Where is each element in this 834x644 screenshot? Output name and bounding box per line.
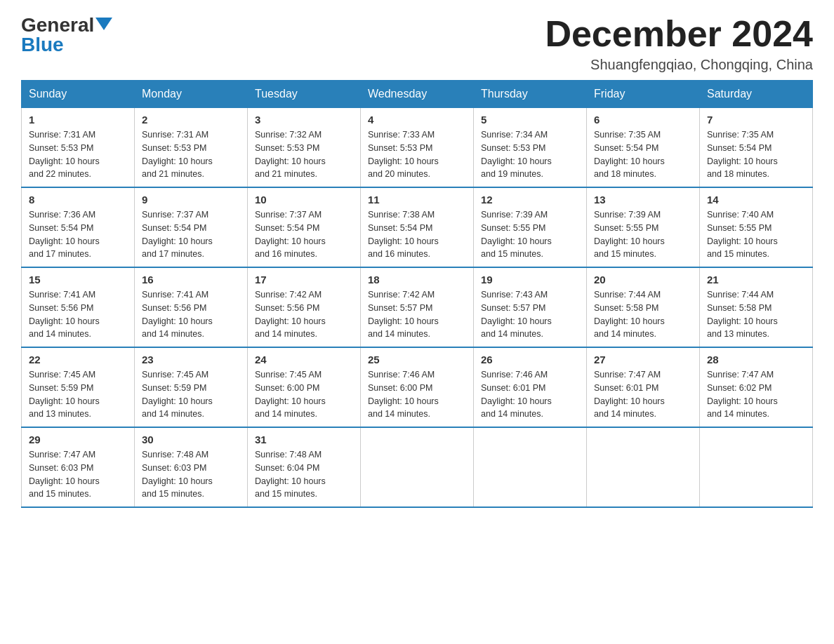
day-number: 29 [29, 434, 127, 445]
day-number: 20 [594, 274, 692, 286]
day-number: 10 [255, 194, 353, 206]
logo-triangle-icon [95, 18, 112, 30]
calendar-cell: 7 Sunrise: 7:35 AM Sunset: 5:54 PM Dayli… [700, 108, 813, 188]
calendar-cell [474, 427, 587, 507]
calendar-cell: 25 Sunrise: 7:46 AM Sunset: 6:00 PM Dayl… [361, 347, 474, 427]
day-info: Sunrise: 7:42 AM Sunset: 5:57 PM Dayligh… [368, 288, 466, 341]
day-number: 4 [368, 114, 466, 126]
calendar-cell: 6 Sunrise: 7:35 AM Sunset: 5:54 PM Dayli… [587, 108, 700, 188]
day-info: Sunrise: 7:47 AM Sunset: 6:02 PM Dayligh… [707, 368, 805, 421]
day-number: 5 [481, 114, 579, 126]
location-subtitle: Shuangfengqiao, Chongqing, China [545, 57, 813, 73]
day-info: Sunrise: 7:45 AM Sunset: 5:59 PM Dayligh… [29, 368, 127, 421]
calendar-cell: 19 Sunrise: 7:43 AM Sunset: 5:57 PM Dayl… [474, 267, 587, 347]
day-info: Sunrise: 7:33 AM Sunset: 5:53 PM Dayligh… [368, 128, 466, 181]
day-info: Sunrise: 7:35 AM Sunset: 5:54 PM Dayligh… [594, 128, 692, 181]
header-wednesday: Wednesday [361, 81, 474, 108]
day-info: Sunrise: 7:46 AM Sunset: 6:01 PM Dayligh… [481, 368, 579, 421]
calendar-cell: 15 Sunrise: 7:41 AM Sunset: 5:56 PM Dayl… [22, 267, 135, 347]
calendar-cell: 26 Sunrise: 7:46 AM Sunset: 6:01 PM Dayl… [474, 347, 587, 427]
day-info: Sunrise: 7:32 AM Sunset: 5:53 PM Dayligh… [255, 128, 353, 181]
day-info: Sunrise: 7:47 AM Sunset: 6:03 PM Dayligh… [29, 448, 127, 501]
day-info: Sunrise: 7:45 AM Sunset: 6:00 PM Dayligh… [255, 368, 353, 421]
day-number: 19 [481, 274, 579, 286]
calendar-cell: 27 Sunrise: 7:47 AM Sunset: 6:01 PM Dayl… [587, 347, 700, 427]
day-number: 24 [255, 354, 353, 365]
day-info: Sunrise: 7:43 AM Sunset: 5:57 PM Dayligh… [481, 288, 579, 341]
day-info: Sunrise: 7:39 AM Sunset: 5:55 PM Dayligh… [481, 208, 579, 261]
calendar-cell [587, 427, 700, 507]
day-info: Sunrise: 7:31 AM Sunset: 5:53 PM Dayligh… [142, 128, 240, 181]
day-info: Sunrise: 7:44 AM Sunset: 5:58 PM Dayligh… [707, 288, 805, 341]
day-info: Sunrise: 7:46 AM Sunset: 6:00 PM Dayligh… [368, 368, 466, 421]
title-block: December 2024 Shuangfengqiao, Chongqing,… [545, 14, 813, 73]
day-number: 1 [29, 114, 127, 126]
header-sunday: Sunday [22, 81, 135, 108]
calendar-cell: 18 Sunrise: 7:42 AM Sunset: 5:57 PM Dayl… [361, 267, 474, 347]
calendar-cell: 11 Sunrise: 7:38 AM Sunset: 5:54 PM Dayl… [361, 187, 474, 267]
day-number: 2 [142, 114, 240, 126]
logo-blue: Blue [21, 34, 64, 56]
day-number: 6 [594, 114, 692, 126]
calendar-cell: 3 Sunrise: 7:32 AM Sunset: 5:53 PM Dayli… [248, 108, 361, 188]
calendar-table: SundayMondayTuesdayWednesdayThursdayFrid… [21, 80, 813, 508]
day-info: Sunrise: 7:31 AM Sunset: 5:53 PM Dayligh… [29, 128, 127, 181]
week-row-5: 29 Sunrise: 7:47 AM Sunset: 6:03 PM Dayl… [22, 427, 813, 507]
day-number: 21 [707, 274, 805, 286]
day-number: 28 [707, 354, 805, 365]
day-number: 14 [707, 194, 805, 206]
calendar-cell: 22 Sunrise: 7:45 AM Sunset: 5:59 PM Dayl… [22, 347, 135, 427]
calendar-cell: 10 Sunrise: 7:37 AM Sunset: 5:54 PM Dayl… [248, 187, 361, 267]
day-info: Sunrise: 7:41 AM Sunset: 5:56 PM Dayligh… [29, 288, 127, 341]
calendar-header-row: SundayMondayTuesdayWednesdayThursdayFrid… [22, 81, 813, 108]
day-number: 26 [481, 354, 579, 365]
calendar-cell: 23 Sunrise: 7:45 AM Sunset: 5:59 PM Dayl… [135, 347, 248, 427]
logo: General Blue [21, 14, 112, 56]
calendar-cell: 12 Sunrise: 7:39 AM Sunset: 5:55 PM Dayl… [474, 187, 587, 267]
day-info: Sunrise: 7:48 AM Sunset: 6:03 PM Dayligh… [142, 448, 240, 501]
calendar-cell: 5 Sunrise: 7:34 AM Sunset: 5:53 PM Dayli… [474, 108, 587, 188]
day-number: 8 [29, 194, 127, 206]
day-number: 23 [142, 354, 240, 365]
day-info: Sunrise: 7:48 AM Sunset: 6:04 PM Dayligh… [255, 448, 353, 501]
day-number: 12 [481, 194, 579, 206]
calendar-cell: 13 Sunrise: 7:39 AM Sunset: 5:55 PM Dayl… [587, 187, 700, 267]
day-number: 27 [594, 354, 692, 365]
day-number: 13 [594, 194, 692, 206]
day-number: 3 [255, 114, 353, 126]
calendar-cell: 14 Sunrise: 7:40 AM Sunset: 5:55 PM Dayl… [700, 187, 813, 267]
week-row-4: 22 Sunrise: 7:45 AM Sunset: 5:59 PM Dayl… [22, 347, 813, 427]
header-thursday: Thursday [474, 81, 587, 108]
day-info: Sunrise: 7:35 AM Sunset: 5:54 PM Dayligh… [707, 128, 805, 181]
day-number: 7 [707, 114, 805, 126]
day-info: Sunrise: 7:37 AM Sunset: 5:54 PM Dayligh… [142, 208, 240, 261]
month-title: December 2024 [545, 14, 813, 54]
day-number: 22 [29, 354, 127, 365]
day-number: 15 [29, 274, 127, 286]
day-info: Sunrise: 7:37 AM Sunset: 5:54 PM Dayligh… [255, 208, 353, 261]
calendar-cell: 2 Sunrise: 7:31 AM Sunset: 5:53 PM Dayli… [135, 108, 248, 188]
calendar-cell: 30 Sunrise: 7:48 AM Sunset: 6:03 PM Dayl… [135, 427, 248, 507]
header-saturday: Saturday [700, 81, 813, 108]
day-info: Sunrise: 7:38 AM Sunset: 5:54 PM Dayligh… [368, 208, 466, 261]
calendar-cell: 4 Sunrise: 7:33 AM Sunset: 5:53 PM Dayli… [361, 108, 474, 188]
week-row-3: 15 Sunrise: 7:41 AM Sunset: 5:56 PM Dayl… [22, 267, 813, 347]
day-number: 30 [142, 434, 240, 445]
day-number: 9 [142, 194, 240, 206]
page-header: General Blue December 2024 Shuangfengqia… [21, 14, 813, 73]
calendar-cell [700, 427, 813, 507]
day-number: 25 [368, 354, 466, 365]
day-info: Sunrise: 7:45 AM Sunset: 5:59 PM Dayligh… [142, 368, 240, 421]
calendar-body: 1 Sunrise: 7:31 AM Sunset: 5:53 PM Dayli… [22, 108, 813, 508]
day-info: Sunrise: 7:47 AM Sunset: 6:01 PM Dayligh… [594, 368, 692, 421]
calendar-cell: 21 Sunrise: 7:44 AM Sunset: 5:58 PM Dayl… [700, 267, 813, 347]
calendar-cell: 9 Sunrise: 7:37 AM Sunset: 5:54 PM Dayli… [135, 187, 248, 267]
day-info: Sunrise: 7:39 AM Sunset: 5:55 PM Dayligh… [594, 208, 692, 261]
day-number: 31 [255, 434, 353, 445]
calendar-cell: 17 Sunrise: 7:42 AM Sunset: 5:56 PM Dayl… [248, 267, 361, 347]
calendar-cell: 31 Sunrise: 7:48 AM Sunset: 6:04 PM Dayl… [248, 427, 361, 507]
calendar-cell: 16 Sunrise: 7:41 AM Sunset: 5:56 PM Dayl… [135, 267, 248, 347]
week-row-2: 8 Sunrise: 7:36 AM Sunset: 5:54 PM Dayli… [22, 187, 813, 267]
day-number: 11 [368, 194, 466, 206]
day-info: Sunrise: 7:44 AM Sunset: 5:58 PM Dayligh… [594, 288, 692, 341]
